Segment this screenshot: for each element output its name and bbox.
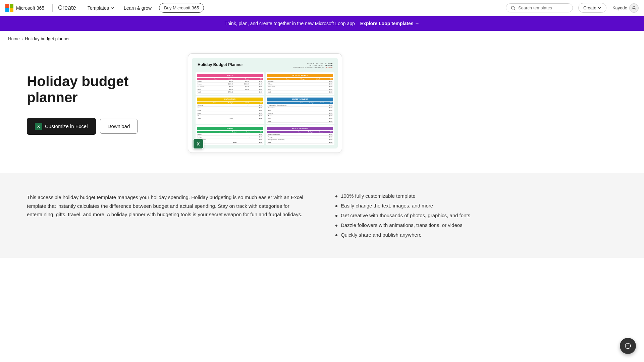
feature-item: 100% fully customizable template	[335, 193, 617, 199]
template-preview-card: Holiday Budget Planner HOLIDAY BUDGET $7…	[188, 53, 342, 153]
feature-item: Easily change the text, images, and more	[335, 203, 617, 208]
preview-inner: Holiday Budget Planner HOLIDAY BUDGET $7…	[192, 58, 338, 148]
navbar: Microsoft 365 Create Templates Learn & g…	[0, 0, 644, 16]
preview-section-travel: TRAVEL ItemBudgetActualDiff Airfare$0.00…	[196, 125, 264, 145]
preview-header: Holiday Budget Planner HOLIDAY BUDGET $7…	[196, 61, 334, 70]
breadcrumb-chevron: ›	[22, 37, 23, 41]
banner-text: Think, plan, and create together in the …	[224, 21, 355, 26]
bullet-icon	[335, 225, 337, 227]
page-title: Holiday budget planner	[27, 73, 168, 106]
main-content: Holiday budget planner X Customize in Ex…	[0, 47, 644, 173]
preview-section-misc: MISCELLANEOUS ItemBudgetActualDiff Holid…	[266, 125, 334, 145]
buy-microsoft-button[interactable]: Buy Microsoft 365	[159, 3, 204, 13]
feature-item: Dazzle followers with animations, transi…	[335, 222, 617, 228]
nav-create-label: Create	[58, 4, 76, 11]
customize-in-excel-button[interactable]: X Customize in Excel	[27, 118, 96, 135]
breadcrumb: Home › Holiday budget planner	[0, 31, 644, 47]
template-description: This accessible holiday budget template …	[27, 193, 309, 238]
search-icon	[511, 6, 516, 10]
user-avatar-icon	[629, 3, 639, 13]
download-button[interactable]: Download	[100, 119, 138, 134]
explore-loop-link[interactable]: Explore Loop templates →	[360, 21, 420, 26]
bullet-icon	[335, 234, 337, 236]
preview-budget-info: HOLIDAY BUDGET $710.00 ACTUAL SPENT $820…	[293, 62, 332, 68]
bullet-icon	[335, 205, 337, 207]
brand-logo[interactable]: Microsoft 365	[5, 4, 44, 12]
preview-section-entertainment: ENTERTAINMENT ItemBudgetActualDiff Party…	[266, 96, 334, 124]
create-chevron-icon	[598, 6, 601, 10]
excel-icon: X	[35, 123, 42, 130]
create-dropdown-button[interactable]: Create	[578, 3, 606, 13]
chevron-down-icon	[110, 6, 114, 10]
user-menu[interactable]: Kayode	[612, 3, 639, 13]
bullet-icon	[335, 215, 337, 217]
feature-item: Quickly share and publish anywhere	[335, 232, 617, 238]
search-bar[interactable]	[506, 3, 573, 12]
action-buttons: X Customize in Excel Download	[27, 118, 168, 135]
feature-item: Get creative with thousands of photos, g…	[335, 213, 617, 218]
nav-divider	[52, 4, 53, 12]
preview-section-holiday: HOLIDAY MEALS ItemBudgetActualDiff Groce…	[266, 72, 334, 95]
excel-badge-icon: X	[193, 138, 204, 149]
promo-banner: Think, plan, and create together in the …	[0, 16, 644, 31]
breadcrumb-home[interactable]: Home	[8, 36, 20, 41]
templates-nav-item[interactable]: Templates	[84, 4, 118, 12]
brand-text: Microsoft 365	[16, 5, 44, 11]
svg-line-1	[514, 9, 515, 10]
search-input[interactable]	[518, 5, 565, 10]
user-name: Kayode	[612, 5, 627, 10]
microsoft-logo-icon	[5, 4, 13, 12]
left-panel: Holiday budget planner X Customize in Ex…	[27, 53, 168, 135]
preview-section-gifts: GIFTS ItemBudgetActualDiff Family$50.00$…	[196, 72, 264, 95]
lower-section: This accessible holiday budget template …	[0, 173, 644, 258]
bullet-icon	[335, 195, 337, 197]
preview-title: Holiday Budget Planner	[198, 62, 243, 67]
breadcrumb-current: Holiday budget planner	[25, 36, 70, 41]
preview-sections-grid: GIFTS ItemBudgetActualDiff Family$50.00$…	[196, 72, 334, 145]
features-list: 100% fully customizable templateEasily c…	[335, 193, 617, 238]
learn-grow-nav-item[interactable]: Learn & grow	[120, 4, 155, 12]
preview-section-packaging: PACKAGING ItemBudgetActualDiff Gift wrap…	[196, 96, 264, 124]
